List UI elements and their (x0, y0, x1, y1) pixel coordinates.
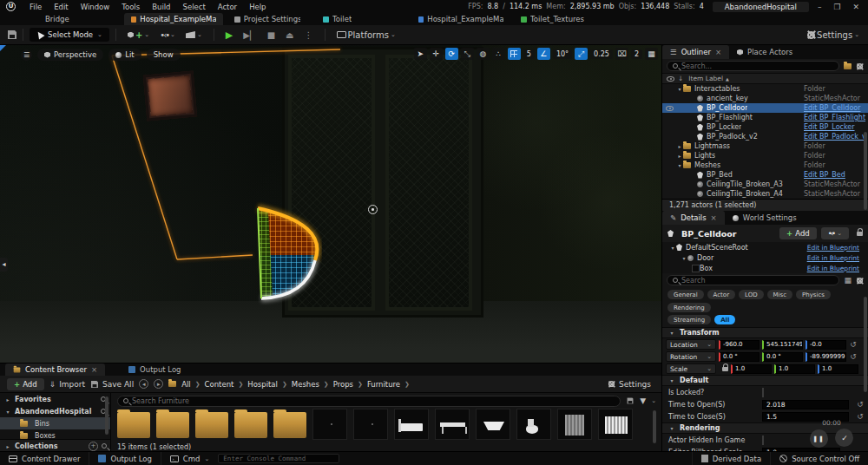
menu-edit[interactable]: Edit (54, 3, 68, 11)
visibility-eye-icon[interactable] (666, 106, 674, 111)
viewport-options-icon[interactable]: ☰ (21, 49, 32, 61)
asset-folder-3[interactable] (234, 412, 267, 438)
pause-button[interactable]: ❚❚ (810, 429, 828, 448)
close-icon[interactable]: × (715, 48, 721, 56)
tree-folder-bins[interactable]: Bins (0, 417, 110, 429)
menu-tools[interactable]: Tools (122, 3, 140, 11)
cmd-dropdown[interactable]: ›_ Cmd ⌄ (161, 452, 219, 465)
asset-folder-1[interactable] (156, 412, 189, 438)
asset-thumbnail-bed[interactable] (394, 409, 429, 440)
location-y-field[interactable]: 545.151749 (762, 340, 803, 350)
breadcrumb-meshes[interactable]: Meshes (292, 380, 319, 389)
scale-snap-value[interactable]: 0.25 (590, 49, 613, 59)
details-search-input[interactable]: Search (667, 275, 839, 285)
filter-chip-misc[interactable]: Misc (767, 290, 792, 299)
eject-button[interactable]: ⏏ (286, 30, 293, 40)
menu-actor[interactable]: Actor (218, 3, 237, 11)
rotation-gizmo[interactable] (244, 200, 322, 305)
tab-world-settings[interactable]: World Settings (725, 211, 805, 225)
asset-thumbnail-dark[interactable] (353, 409, 388, 440)
component-row-DefaultSceneRoot[interactable]: ▾DefaultSceneRootEdit in Blueprint (662, 242, 868, 252)
asset-tab-1[interactable]: Project Settings (227, 13, 307, 25)
tab-place-actors[interactable]: Place Actors (729, 45, 800, 59)
rotation-y-field[interactable]: 0.0 ° (762, 352, 803, 362)
blueprint-edit-dropdown[interactable]: •‹•⌄ (821, 227, 849, 239)
minimize-button[interactable]: – (818, 3, 822, 11)
play-options-dots[interactable]: ⋮ (305, 30, 313, 40)
blueprints-dropdown[interactable]: •‹•⌄ (160, 30, 175, 40)
asset-thumbnail-sink[interactable] (476, 409, 510, 440)
location-z-field[interactable]: -0.0 (806, 340, 846, 350)
asset-thumbnail-dark[interactable] (312, 409, 347, 440)
outliner-row-Meshes[interactable]: ▾MeshesFolder (662, 160, 868, 170)
default-section-header[interactable]: ▾Default (662, 375, 868, 386)
lock-icon[interactable] (857, 232, 863, 236)
menu-file[interactable]: File (30, 3, 42, 11)
new-folder-icon[interactable] (844, 63, 852, 69)
outliner-row-BP_Locker[interactable]: BP_LockerEdit BP_Locker (662, 122, 868, 132)
move-tool[interactable]: ✛ (430, 48, 443, 60)
breadcrumb-content[interactable]: Content (205, 380, 234, 389)
sources-scrollbar[interactable] (105, 396, 108, 435)
scale-dropdown[interactable]: Scale⌄ (666, 363, 716, 374)
menu-window[interactable]: Window (81, 3, 110, 11)
console-command-input[interactable]: Enter Console Command (218, 454, 339, 463)
asset-thumbnail-radiator[interactable] (598, 409, 633, 440)
outliner-row-Lights[interactable]: ▸LightsFolder (662, 151, 868, 160)
cinematics-dropdown[interactable]: ⌄ (186, 31, 202, 38)
edit-blueprint-link[interactable]: Edit BP_Padlock_v2 (804, 133, 866, 141)
outliner-row-BP_Padlock_v2[interactable]: BP_Padlock_v2Edit BP_Padlock_v2 (662, 132, 868, 141)
rotation-snap-toggle[interactable]: ∠ (537, 48, 550, 60)
breadcrumb-furniture[interactable]: Furniture (367, 380, 400, 389)
favorites-row[interactable]: ▸Favorites (0, 393, 110, 405)
outliner-row-Lightmass[interactable]: ▸LightmassFolder (662, 141, 868, 151)
reset-icon[interactable]: ↺ (856, 400, 865, 409)
close-icon[interactable]: × (711, 213, 717, 222)
rotation-x-field[interactable]: 0.0 ° (719, 352, 760, 362)
outliner-row-Interactables[interactable]: ▾InteractablesFolder (662, 84, 868, 94)
grid-snap-value[interactable]: 5 (523, 49, 535, 59)
is-locked-checkbox[interactable] (762, 388, 764, 397)
outliner-row-ancient_key[interactable]: ancient_keyStaticMeshActor (662, 94, 868, 103)
bridge-menu[interactable]: Bridge (45, 15, 69, 23)
asset-thumbnail-toilet[interactable] (516, 409, 551, 440)
confirm-button[interactable]: ✓ (835, 429, 853, 447)
search-icon[interactable] (102, 443, 107, 449)
chevron-expanded-icon[interactable]: ▾ (681, 255, 687, 261)
outliner-row-CeilingTile_Broken_A4[interactable]: CeilingTile_Broken_A4StaticMeshActor (662, 189, 868, 199)
edit-blueprint-link[interactable]: Edit BP_Celldoor (804, 104, 866, 112)
item-label-column[interactable]: Item Label (688, 75, 723, 82)
chevron-collapsed-icon[interactable]: ▸ (676, 143, 683, 149)
chevron-collapsed-icon[interactable]: ▸ (676, 153, 683, 159)
panel-expand-arrow[interactable]: ◂ (0, 258, 8, 272)
filter-chip-general[interactable]: General (667, 290, 704, 299)
pin-column-icon[interactable]: ↓ (678, 75, 683, 82)
select-mode-dropdown[interactable]: Select Mode ⌄ (30, 28, 109, 42)
filter-chip-all[interactable]: All (714, 315, 735, 324)
unreal-logo-icon[interactable]: U (6, 2, 16, 11)
edit-in-blueprint-link[interactable]: Edit in Blueprint (807, 254, 859, 262)
tab-content-browser[interactable]: Content Browser × (5, 363, 105, 376)
close-button[interactable]: ✕ (852, 3, 859, 11)
details-settings-icon[interactable] (857, 277, 863, 283)
select-tool[interactable]: ➤ (414, 48, 427, 60)
grid-snap-toggle[interactable] (508, 48, 521, 60)
tab-output-log[interactable]: Output Log (121, 363, 188, 376)
filter-chip-streaming[interactable]: Streaming (667, 315, 711, 324)
outliner-row-BP_Celldoor[interactable]: BP_CelldoorEdit BP_Celldoor (662, 103, 868, 113)
menu-help[interactable]: Help (249, 3, 266, 11)
breadcrumb-hospital[interactable]: Hospital (247, 380, 278, 389)
derived-data-button[interactable]: Derived Data (692, 452, 770, 465)
content-settings-dropdown[interactable]: Settings (608, 380, 651, 389)
asset-tab-3[interactable]: Hospital_ExampleMap* (411, 13, 510, 25)
close-icon[interactable]: × (91, 365, 97, 374)
component-row-Box[interactable]: BoxEdit in Blueprint (662, 263, 868, 273)
add-asset-button[interactable]: +Add (7, 378, 44, 390)
scale-snap-toggle[interactable]: ⤢ (575, 48, 588, 60)
outliner-settings-icon[interactable] (857, 62, 863, 69)
filter-chip-rendering[interactable]: Rendering (667, 303, 711, 312)
asset-search-input[interactable]: Search Furniture (117, 396, 621, 407)
forward-button[interactable]: ▸ (154, 379, 163, 389)
transform-section-header[interactable]: ▾Transform (662, 327, 868, 338)
3d-viewport[interactable]: ◂ ☰ Perspective Lit Show ➤ ✛ ⟳ ⤡ ◍ ∴ 5 ∠… (0, 45, 661, 363)
